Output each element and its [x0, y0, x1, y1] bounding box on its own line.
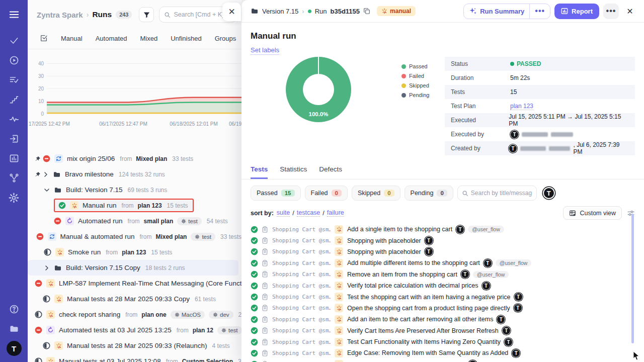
- test-result-row[interactable]: Shopping Cart @sm…Test Cart Functionalit…: [242, 336, 644, 347]
- assignee-avatar: T: [497, 315, 505, 324]
- app-root: T Zyntra Spark › Runs 243 Manual Automat…: [0, 0, 644, 362]
- run-tree-item[interactable]: mix origin 25/06fromMixed plan33 tests: [28, 151, 242, 166]
- manual-type-icon: [335, 225, 343, 234]
- tab-statistics[interactable]: Statistics: [280, 165, 307, 179]
- select-all-icon[interactable]: [40, 34, 48, 43]
- run-meta: 61 tests: [195, 296, 216, 303]
- more-actions-button[interactable]: •••: [603, 4, 619, 19]
- settings-icon[interactable]: [7, 190, 22, 205]
- milestones-icon[interactable]: [7, 92, 22, 107]
- filter-passed-button[interactable]: Passed15: [251, 186, 301, 201]
- sort-suite-link[interactable]: suite: [277, 209, 290, 217]
- sort-failure-link[interactable]: failure: [327, 209, 344, 217]
- run-tree-item[interactable]: Manual runfromplan 12315 tests: [28, 198, 242, 213]
- run-summary-button[interactable]: Run Summary •••: [463, 4, 550, 19]
- close-drawer-icon-button[interactable]: ✕: [623, 4, 637, 18]
- chevron-down-icon[interactable]: [44, 187, 50, 193]
- run-group-item[interactable]: Build: Version 7.1569 tests 3 runs: [28, 182, 242, 198]
- run-tree-item[interactable]: Manual tests at 03 Jul 2025 12:08fromCus…: [28, 353, 242, 362]
- test-result-row[interactable]: Shopping Cart @sm…Verify total price cal…: [242, 280, 644, 291]
- filter-skipped-button[interactable]: Skipped0: [352, 186, 400, 201]
- status-passed-icon: [251, 270, 258, 278]
- source-plan-name: plan 123: [138, 202, 162, 209]
- tests-icon[interactable]: [7, 33, 22, 48]
- run-tree-item[interactable]: Automated tests at 03 Jul 2025 13:25from…: [28, 322, 242, 338]
- test-result-row[interactable]: Shopping Cart @sm…Add a single item to t…: [242, 224, 644, 235]
- chevron-right-icon[interactable]: [43, 171, 49, 177]
- run-name: mix origin 25/06: [67, 155, 115, 162]
- test-list-scrollbar[interactable]: [631, 214, 634, 343]
- test-result-row[interactable]: Shopping Cart @sm…Add multiple different…: [242, 257, 644, 268]
- run-tree-item[interactable]: Manual tests at 28 Mar 2025 09:33 Copy61…: [28, 291, 242, 307]
- legend-dot: [401, 64, 406, 69]
- tab-tests[interactable]: Tests: [251, 165, 268, 179]
- test-result-row[interactable]: Shopping Cart @sm…Open the shopping cart…: [242, 303, 644, 314]
- drawer-close-button[interactable]: ✕: [222, 3, 241, 21]
- detail-row-tests: Tests15: [445, 85, 635, 99]
- imports-icon[interactable]: [7, 131, 22, 146]
- menu-icon[interactable]: [7, 7, 22, 22]
- breadcrumb-separator: ›: [87, 11, 89, 19]
- legend-dot: [401, 83, 406, 88]
- filter-button[interactable]: [139, 7, 154, 22]
- test-result-list: Shopping Cart @sm…Add a single item to t…: [242, 223, 644, 362]
- testcase-icon: [262, 316, 268, 323]
- test-result-row[interactable]: Shopping Cart @sm…Test the shopping cart…: [242, 291, 644, 302]
- svg-text:0: 0: [41, 111, 44, 117]
- test-result-row[interactable]: Shopping Cart @sm…Removing an Item from …: [242, 359, 644, 362]
- test-result-row[interactable]: Shopping Cart @sm…Edge Case: Removing It…: [242, 347, 644, 358]
- report-button[interactable]: Report: [554, 4, 599, 19]
- custom-view-button[interactable]: Custom view: [563, 206, 622, 220]
- set-labels-link[interactable]: Set labels: [251, 46, 279, 55]
- tests-search-input[interactable]: [471, 190, 532, 197]
- detail-value[interactable]: plan 123: [510, 103, 533, 110]
- traceability-icon[interactable]: [7, 170, 22, 186]
- run-name: Smoke run: [68, 248, 101, 256]
- tab-defects[interactable]: Defects: [319, 165, 342, 179]
- tab-manual[interactable]: Manual: [61, 35, 83, 42]
- run-summary-section: 100.0% PassedFailedSkippedPending Status…: [242, 57, 644, 155]
- tab-unfinished[interactable]: Unfinished: [171, 35, 201, 42]
- env-badge: MacOS: [171, 311, 205, 319]
- run-tree-item[interactable]: LMP-587 Implement Real-Time Chat Messagi…: [28, 276, 242, 291]
- filter-pending-button[interactable]: Pending0: [405, 186, 453, 201]
- run-group-item[interactable]: Bravo milestone124 tests 32 runs: [28, 166, 242, 182]
- drawer-breadcrumb-folder[interactable]: Version 7.15: [262, 8, 298, 15]
- run-summary-more-button[interactable]: •••: [530, 7, 550, 16]
- assignee-avatar: T: [456, 225, 464, 234]
- filter-failed-button[interactable]: Failed0: [305, 186, 348, 201]
- breadcrumb-project[interactable]: Zyntra Spark: [37, 11, 83, 19]
- help-icon[interactable]: [7, 302, 22, 317]
- tab-automated[interactable]: Automated: [96, 35, 127, 42]
- donut-gap: [318, 57, 319, 75]
- run-group-item[interactable]: Build: Version 7.15 Copy18 tests 2 runs: [28, 260, 238, 276]
- test-result-row[interactable]: Shopping Cart @sm…Verify Cart Items Are …: [242, 325, 644, 336]
- tab-mixed[interactable]: Mixed: [140, 35, 158, 42]
- activity-icon[interactable]: [7, 112, 22, 127]
- tests-search[interactable]: [457, 186, 537, 201]
- test-result-row[interactable]: Shopping Cart @sm…Add an item to the car…: [242, 314, 644, 325]
- test-plans-icon[interactable]: [7, 72, 22, 87]
- run-tree-item[interactable]: Smoke runfromplan 12315 tests: [28, 244, 242, 260]
- test-result-row[interactable]: Shopping Cart @sm…Shopping with placehol…: [242, 235, 644, 246]
- test-result-row[interactable]: Shopping Cart @sm…Shopping with placehol…: [242, 246, 644, 257]
- run-name: Build: Version 7.15: [66, 186, 123, 194]
- tab-groups[interactable]: Groups: [215, 35, 236, 42]
- reports-icon[interactable]: [7, 151, 22, 166]
- run-tree-item[interactable]: Manual tests at 28 Mar 2025 09:33 (Relau…: [28, 338, 242, 353]
- run-tree-item[interactable]: Manual & automated runfromMixed plantest…: [28, 229, 242, 244]
- profile-avatar[interactable]: T: [7, 341, 22, 356]
- run-tree-item[interactable]: check report sharingfromplan oneMacOSdev…: [28, 307, 242, 322]
- status-donut-chart: 100.0%: [286, 57, 351, 122]
- projects-icon[interactable]: [7, 321, 22, 336]
- assignee-filter-avatar[interactable]: T: [543, 187, 555, 199]
- sort-testcase-link[interactable]: testcase: [297, 209, 320, 217]
- run-name: Bravo milestone: [65, 170, 114, 178]
- run-word: Run: [315, 8, 327, 15]
- run-tree-item[interactable]: Automated runfromsmall plantest54 tests: [28, 213, 242, 229]
- detail-value: T: [510, 130, 573, 139]
- runs-icon[interactable]: [7, 53, 22, 68]
- test-result-row[interactable]: Shopping Cart @sm…Remove an item from th…: [242, 269, 644, 280]
- chevron-right-icon[interactable]: [44, 265, 50, 271]
- copy-icon[interactable]: [363, 8, 370, 15]
